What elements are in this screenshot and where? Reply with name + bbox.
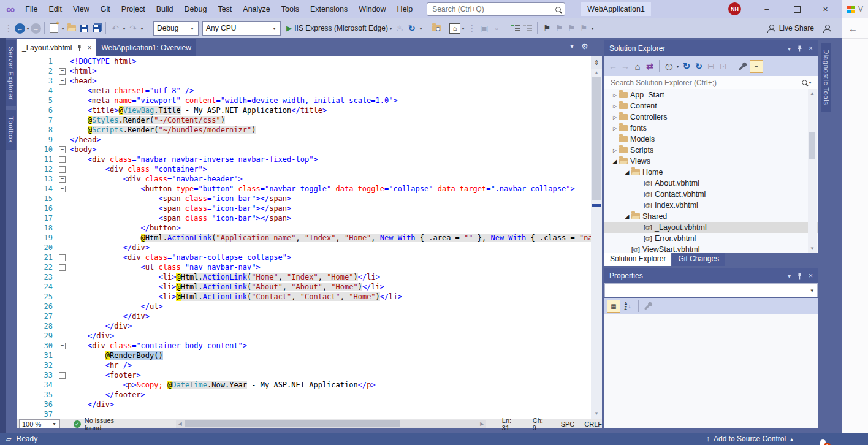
solution-search-box[interactable]: ▾ [604, 76, 818, 89]
navigate-back-button[interactable]: ← [15, 23, 25, 34]
properties-pin-icon[interactable] [797, 273, 802, 280]
redo-button[interactable]: ↷ [127, 21, 139, 35]
properties-object-dropdown[interactable]: ▾ [604, 283, 818, 297]
close-button[interactable]: × [812, 0, 839, 18]
search-input[interactable] [431, 4, 555, 14]
fold-margin[interactable]: − [59, 164, 70, 174]
copy-icon[interactable]: ▫ [490, 21, 503, 35]
tab-toolbox[interactable]: Toolbox [6, 110, 16, 149]
decrease-indent-button[interactable] [509, 21, 522, 35]
fold-collapse-box[interactable]: − [59, 156, 66, 163]
scroll-down-arrow[interactable]: ▼ [591, 411, 602, 416]
editor-options-gear-icon[interactable]: ⚙ [581, 42, 588, 51]
properties-menu-dropdown[interactable]: ▾ [788, 273, 791, 280]
refresh-dropdown[interactable]: ▾ [418, 26, 424, 31]
document-list-dropdown[interactable]: ▾ [570, 42, 574, 51]
fold-collapse-box[interactable]: − [59, 264, 66, 271]
code-line[interactable]: 17 <span class="icon-bar"></span> [17, 213, 602, 223]
tree-item-app-start[interactable]: ▷App_Start [604, 89, 818, 101]
avatar[interactable]: NH [728, 2, 741, 15]
code-line[interactable]: 16 <span class="icon-bar"></span> [17, 203, 602, 213]
code-line[interactable]: 21− <div class="navbar-collapse collapse… [17, 253, 602, 262]
code-line[interactable]: 8 @Scripts.Render("~/bundles/modernizr") [17, 125, 602, 135]
add-to-source-control-button[interactable]: ↑ Add to Source Control ▲ [706, 435, 794, 443]
find-in-files-button[interactable] [430, 21, 443, 35]
tree-scrollbar[interactable]: ▲ ▼ [808, 89, 817, 253]
solution-search-dropdown[interactable]: ▾ [807, 80, 813, 85]
scroll-right-arrow[interactable]: ▶ [478, 421, 486, 427]
increase-indent-button[interactable] [522, 21, 534, 35]
alphabetical-sort-button[interactable]: AZ ↓ [620, 299, 635, 313]
tree-item-home[interactable]: ◢Home [604, 167, 818, 178]
tab-diagnostic-tools[interactable]: Diagnostic Tools [821, 43, 831, 112]
tab-pin-icon[interactable] [77, 45, 82, 51]
se-forward-icon[interactable]: → [619, 59, 631, 73]
se-refresh-icon[interactable]: ↻ [680, 59, 693, 73]
maximize-button[interactable] [783, 0, 811, 18]
fold-collapse-box[interactable]: − [59, 176, 66, 183]
code-line[interactable]: 4 <meta charset="utf-8" /> [17, 86, 602, 96]
code-line[interactable]: 3−<head> [17, 76, 602, 86]
run-target-dropdown[interactable]: ▾ [388, 26, 394, 31]
tree-item-shared[interactable]: ◢Shared [604, 211, 818, 222]
tree-item-models[interactable]: Models [604, 134, 818, 145]
chevron-expanded-icon[interactable]: ◢ [623, 213, 631, 219]
open-file-button[interactable] [66, 21, 78, 35]
pending-changes-filter-icon[interactable]: ◷ [663, 59, 675, 73]
tree-item-error-vbhtml[interactable]: [@]Error.vbhtml [604, 233, 818, 244]
tree-item-about-vbhtml[interactable]: [@]About.vbhtml [604, 178, 818, 189]
hot-reload-icon[interactable]: ♨ [394, 21, 406, 35]
code-line[interactable]: 15 <span class="icon-bar"></span> [17, 194, 602, 203]
document-tab[interactable]: _Layout.vbhtml× [17, 39, 96, 56]
bottom-tab-solution-explorer[interactable]: Solution Explorer [604, 253, 671, 266]
bookmark-dropdown[interactable]: ▾ [590, 26, 595, 31]
editor-horizontal-scrollbar[interactable]: ◀ ▶ [176, 420, 486, 428]
scroll-left-arrow[interactable]: ◀ [176, 421, 184, 427]
menu-edit[interactable]: Edit [43, 0, 67, 18]
new-project-button[interactable] [48, 21, 60, 35]
save-button[interactable] [78, 21, 90, 35]
code-line[interactable]: 36 </div> [17, 400, 602, 409]
fold-margin[interactable]: − [59, 184, 70, 194]
panel-close-icon[interactable]: × [809, 44, 813, 53]
platform-dropdown[interactable]: Any CPU▾ [202, 21, 281, 36]
line-indicator[interactable]: Ln: 31 [502, 417, 520, 432]
tab-close-icon[interactable]: × [87, 44, 91, 52]
code-line[interactable]: 24 <li>@Html.ActionLink("About", "About"… [17, 282, 602, 292]
menu-debug[interactable]: Debug [179, 0, 213, 18]
zoom-dropdown[interactable]: 100 % ▾ [19, 419, 60, 428]
code-line[interactable]: 14− <button type="button" class="navbar-… [17, 184, 602, 194]
code-line[interactable]: 29 </div> [17, 331, 602, 341]
back-dropdown[interactable]: ▾ [25, 26, 31, 31]
menu-analyze[interactable]: Analyze [237, 0, 275, 18]
property-pages-wrench-icon[interactable] [644, 302, 653, 310]
code-line[interactable]: 19 @Html.ActionLink("Application name", … [17, 233, 602, 243]
code-line[interactable]: 20 </div> [17, 243, 602, 253]
chevron-collapsed-icon[interactable]: ▷ [611, 115, 619, 120]
menu-build[interactable]: Build [151, 0, 179, 18]
feedback-button[interactable] [823, 25, 831, 32]
fold-margin[interactable]: − [59, 341, 70, 351]
code-line[interactable]: 23 <li>@Html.ActionLink("Home", "Index",… [17, 272, 602, 282]
code-line[interactable]: 2−<html> [17, 66, 602, 76]
vertical-scroll-thumb[interactable] [592, 77, 601, 200]
tree-item-scripts[interactable]: ▷Scripts [604, 145, 818, 156]
tree-item-views[interactable]: ◢Views [604, 156, 818, 167]
tree-item--layout-vbhtml[interactable]: [@]_Layout.vbhtml [604, 222, 818, 233]
panel-menu-dropdown[interactable]: ▾ [788, 45, 791, 52]
code-line[interactable]: 32 <hr /> [17, 360, 602, 370]
fold-collapse-box[interactable]: − [59, 372, 66, 379]
tree-scroll-down[interactable]: ▼ [808, 246, 817, 251]
column-indicator[interactable]: Ch: 9 [533, 417, 549, 432]
code-line[interactable]: 1<!DOCTYPE html> [17, 56, 602, 66]
fold-margin[interactable]: − [59, 145, 70, 154]
fold-margin[interactable]: − [59, 66, 70, 76]
code-line[interactable]: 34 <p>&copy; @DateTime.Now.Year - My ASP… [17, 380, 602, 390]
tree-item-content[interactable]: ▷Content [604, 101, 818, 112]
categorized-button[interactable]: ▦ [607, 300, 620, 313]
menu-file[interactable]: File [20, 0, 43, 18]
chevron-collapsed-icon[interactable]: ▷ [611, 104, 619, 109]
code-line[interactable]: 7 @Styles.Render("~/Content/css") [17, 115, 602, 125]
background-window-tab[interactable]: V [842, 0, 868, 18]
code-line[interactable]: 27 </div> [17, 311, 602, 321]
